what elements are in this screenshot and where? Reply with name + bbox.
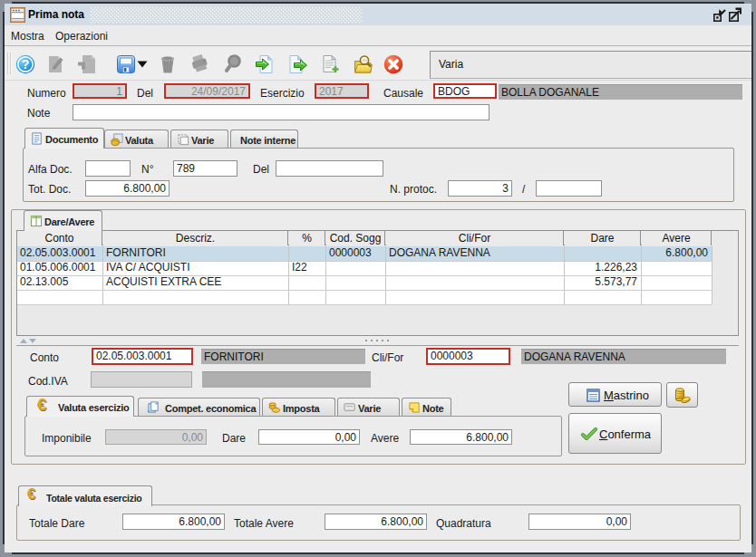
svg-text:?: ? (22, 57, 30, 72)
